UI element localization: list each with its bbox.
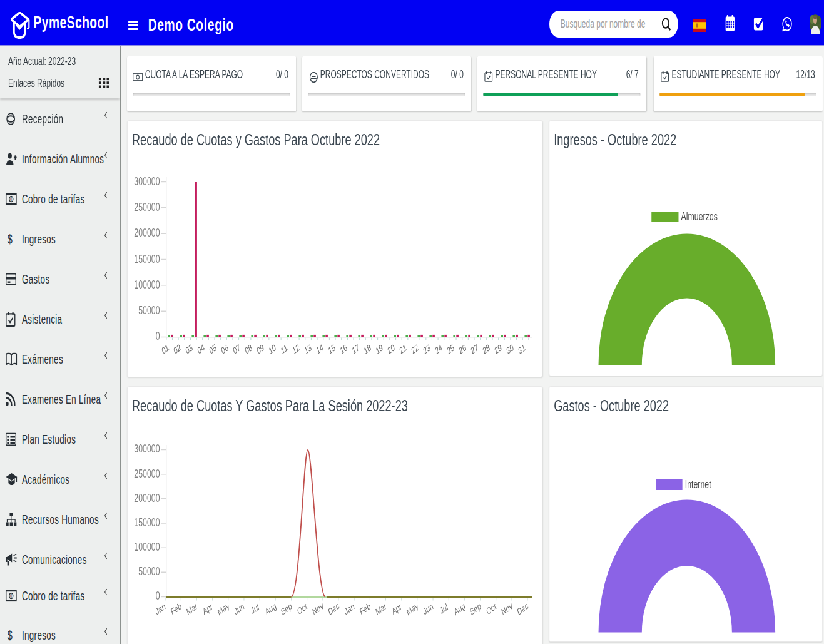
svg-text:13: 13 <box>303 342 313 356</box>
svg-text:Mar: Mar <box>185 600 199 618</box>
svg-text:22: 22 <box>410 342 420 356</box>
svg-text:Nov: Nov <box>500 600 514 618</box>
svg-text:Aug: Aug <box>453 600 467 618</box>
svg-text:Dec: Dec <box>516 600 529 618</box>
svg-text:250000: 250000 <box>134 201 160 213</box>
svg-text:0: 0 <box>10 593 13 599</box>
svg-text:07: 07 <box>231 342 242 356</box>
svg-text:24: 24 <box>434 342 444 356</box>
svg-text:50000: 50000 <box>138 304 160 317</box>
svg-text:25: 25 <box>445 342 455 356</box>
svg-text:100000: 100000 <box>134 541 160 553</box>
svg-text:Feb: Feb <box>170 600 183 617</box>
svg-text:01: 01 <box>160 342 170 356</box>
svg-text:0: 0 <box>156 330 160 342</box>
svg-text:200000: 200000 <box>134 491 160 504</box>
svg-text:Sep: Sep <box>280 600 293 618</box>
svg-text:Internet: Internet <box>685 478 711 491</box>
svg-text:Jan: Jan <box>154 601 166 618</box>
svg-text:250000: 250000 <box>134 467 160 479</box>
svg-text:18: 18 <box>362 342 372 356</box>
svg-text:04: 04 <box>196 342 206 356</box>
svg-text:10: 10 <box>267 342 277 356</box>
svg-text:21: 21 <box>398 342 408 356</box>
svg-text:May: May <box>216 600 231 618</box>
svg-text:300000: 300000 <box>134 442 160 455</box>
svg-text:May: May <box>405 600 420 618</box>
svg-text:Dec: Dec <box>327 600 340 618</box>
svg-text:100000: 100000 <box>134 279 160 291</box>
svg-text:Jan: Jan <box>343 601 355 618</box>
svg-text:Aug: Aug <box>264 600 278 618</box>
svg-text:19: 19 <box>374 342 384 356</box>
svg-text:09: 09 <box>255 342 265 356</box>
svg-text:14: 14 <box>315 342 325 356</box>
svg-text:Nov: Nov <box>311 600 325 618</box>
svg-text:Sep: Sep <box>469 600 482 618</box>
svg-text:300000: 300000 <box>134 175 160 187</box>
svg-text:150000: 150000 <box>134 516 160 529</box>
svg-text:30: 30 <box>505 342 515 356</box>
svg-text:17: 17 <box>350 342 360 356</box>
svg-text:05: 05 <box>208 342 218 356</box>
svg-text:29: 29 <box>493 342 503 356</box>
svg-text:0: 0 <box>10 196 13 202</box>
svg-text:Apr: Apr <box>201 600 214 617</box>
svg-text:26: 26 <box>457 342 467 356</box>
svg-text:03: 03 <box>184 342 194 356</box>
svg-text:11: 11 <box>280 342 289 356</box>
svg-text:Mar: Mar <box>374 600 388 618</box>
svg-text:Feb: Feb <box>359 600 372 617</box>
svg-text:Jun: Jun <box>233 601 245 618</box>
svg-text:08: 08 <box>243 342 253 356</box>
svg-text:28: 28 <box>481 342 491 356</box>
svg-text:12: 12 <box>291 342 301 356</box>
svg-text:200000: 200000 <box>134 227 160 239</box>
svg-text:27: 27 <box>469 342 479 356</box>
svg-text:16: 16 <box>338 342 348 356</box>
svg-text:02: 02 <box>172 342 182 356</box>
svg-text:Jul: Jul <box>250 601 260 616</box>
svg-text:23: 23 <box>422 342 432 356</box>
svg-text:50000: 50000 <box>138 565 160 578</box>
svg-text:06: 06 <box>220 342 230 356</box>
svg-text:Almuerzos: Almuerzos <box>681 210 718 223</box>
svg-text:Jun: Jun <box>422 601 434 618</box>
svg-text:Oct: Oct <box>296 601 308 617</box>
svg-text:150000: 150000 <box>134 252 160 265</box>
svg-text:Apr: Apr <box>390 600 403 617</box>
svg-text:Jul: Jul <box>439 601 449 616</box>
svg-text:20: 20 <box>386 342 396 356</box>
svg-text:0: 0 <box>156 590 160 602</box>
svg-text:15: 15 <box>327 342 337 356</box>
svg-text:Oct: Oct <box>485 601 497 617</box>
svg-text:31: 31 <box>517 342 527 356</box>
